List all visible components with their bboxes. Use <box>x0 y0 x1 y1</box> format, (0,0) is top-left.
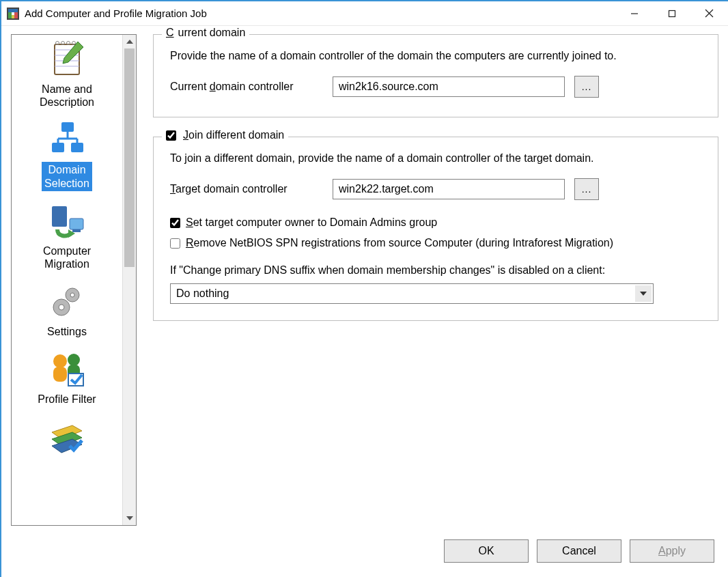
sidebar-item-label: Domain Selection <box>42 162 92 191</box>
books-icon <box>45 416 89 460</box>
current-domain-description: Provide the name of a domain controller … <box>170 50 707 62</box>
close-button[interactable] <box>690 1 728 25</box>
svg-rect-14 <box>61 122 74 132</box>
svg-point-26 <box>70 293 74 297</box>
dialog-footer: OK Cancel Apply <box>1 537 728 577</box>
current-dc-label: Current domain controller <box>170 81 333 93</box>
window-controls <box>615 1 728 25</box>
svg-rect-21 <box>52 206 67 227</box>
current-domain-legend: Current domain <box>162 27 249 39</box>
main-panel: Current domain Provide the name of a dom… <box>137 34 718 537</box>
join-domain-legend: Join different domain <box>162 129 288 141</box>
svg-rect-22 <box>70 219 83 229</box>
network-icon <box>45 118 89 162</box>
svg-rect-15 <box>52 143 64 152</box>
app-icon <box>7 8 19 20</box>
server-migration-icon <box>45 199 89 243</box>
scroll-up-button[interactable] <box>123 35 136 48</box>
sidebar-item-label: Profile Filter <box>35 391 98 407</box>
dns-action-value: Do nothing <box>176 287 229 300</box>
svg-rect-23 <box>72 229 81 232</box>
sidebar-item-label: Name and Description <box>37 81 97 110</box>
svg-marker-34 <box>126 40 133 44</box>
svg-point-29 <box>53 354 67 368</box>
sidebar-scrollbar[interactable] <box>122 35 136 525</box>
target-dc-input[interactable] <box>333 179 565 199</box>
people-filter-icon <box>45 348 89 391</box>
sidebar-item-profile-filter[interactable]: Profile Filter <box>12 345 122 412</box>
minimize-button[interactable] <box>615 1 653 25</box>
current-dc-browse-button[interactable]: ... <box>574 76 599 98</box>
join-domain-group: Join different domain To join a differen… <box>153 137 718 321</box>
svg-marker-35 <box>126 516 133 520</box>
svg-point-31 <box>68 354 80 366</box>
titlebar: Add Computer and Profile Migration Job <box>1 1 728 26</box>
dns-action-combo[interactable]: Do nothing <box>170 283 654 304</box>
target-dc-label: Target domain controller <box>170 183 333 195</box>
chevron-down-icon <box>635 285 652 302</box>
svg-rect-16 <box>71 143 83 152</box>
remove-spn-checkbox[interactable] <box>170 238 180 249</box>
wizard-sidebar: Name and Description Domain Selection <box>11 34 137 526</box>
client-area: Name and Description Domain Selection <box>1 26 728 537</box>
scroll-down-button[interactable] <box>123 511 136 525</box>
sidebar-item-label: Settings <box>44 324 89 339</box>
scroll-track[interactable] <box>123 48 136 511</box>
cancel-button[interactable]: Cancel <box>537 539 621 563</box>
sidebar-item-domain-selection[interactable]: Domain Selection <box>12 115 122 196</box>
window-title: Add Computer and Profile Migration Job <box>25 8 615 19</box>
sidebar-item-next[interactable] <box>12 413 122 460</box>
set-owner-checkbox[interactable] <box>170 218 180 228</box>
svg-rect-1 <box>669 10 675 16</box>
remove-spn-label: Remove NetBIOS SPN registrations from so… <box>186 237 613 249</box>
wizard-step-list: Name and Description Domain Selection <box>12 35 122 525</box>
sidebar-item-name-description[interactable]: Name and Description <box>12 35 122 115</box>
current-domain-group: Current domain Provide the name of a dom… <box>153 34 718 117</box>
apply-button[interactable]: Apply <box>630 539 714 563</box>
maximize-button[interactable] <box>653 1 690 25</box>
ok-button[interactable]: OK <box>444 539 529 563</box>
svg-marker-36 <box>640 292 647 296</box>
join-domain-description: To join a different domain, provide the … <box>170 152 707 165</box>
dns-suffix-note: If "Change primary DNS suffix when domai… <box>170 264 707 277</box>
current-dc-input[interactable] <box>333 76 565 97</box>
notepad-icon <box>45 38 89 81</box>
svg-point-28 <box>59 305 64 310</box>
sidebar-item-settings[interactable]: Settings <box>12 277 122 345</box>
gears-icon <box>45 280 89 324</box>
join-domain-legend-text: Join different domain <box>183 129 284 141</box>
target-dc-browse-button[interactable]: ... <box>574 178 599 200</box>
scroll-thumb[interactable] <box>124 48 135 267</box>
sidebar-item-computer-migration[interactable]: Computer Migration <box>12 197 122 277</box>
svg-rect-30 <box>53 367 67 382</box>
sidebar-item-label: Computer Migration <box>40 243 94 272</box>
join-domain-checkbox[interactable] <box>166 130 176 141</box>
set-owner-label: Set target computer owner to Domain Admi… <box>186 216 437 229</box>
